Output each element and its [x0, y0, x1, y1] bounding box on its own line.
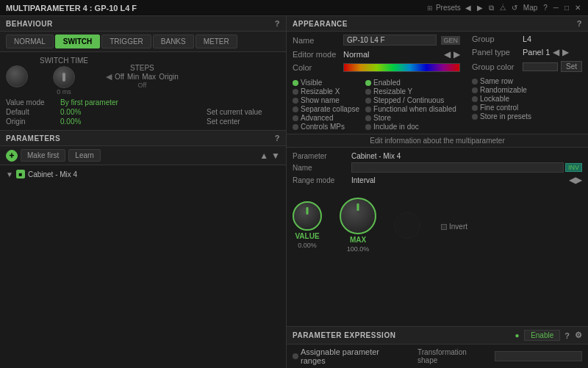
name-gen-badge: GEN: [441, 36, 460, 45]
cb-same-row-dot[interactable]: [472, 79, 478, 84]
tab-meter[interactable]: METER: [196, 35, 237, 48]
maximize-btn[interactable]: □: [563, 4, 570, 12]
nav-next[interactable]: ▶: [476, 4, 484, 12]
panel-type-row: Panel type Panel 1 ◀ ▶: [472, 47, 582, 57]
tree-item-label: Cabinet - Mix 4: [28, 170, 77, 178]
help-icon[interactable]: ?: [542, 4, 549, 12]
main-knob[interactable]: [6, 65, 28, 87]
cb-resizable-y-dot[interactable]: [365, 89, 371, 95]
max-knob-group: MAX 100.0%: [340, 198, 376, 253]
right-panel: APPEARANCE ? Name GP-10 L4 F GEN Editor …: [287, 16, 588, 368]
name-field[interactable]: GP-10 L4 F: [343, 35, 437, 46]
invert-check[interactable]: Invert: [441, 223, 467, 231]
paste-icon[interactable]: ⧊: [498, 4, 507, 12]
nav-prev[interactable]: ◀: [464, 4, 473, 12]
param-expr-settings-icon[interactable]: ⚙: [575, 331, 583, 340]
cb-functional-disabled-dot[interactable]: [365, 107, 371, 112]
group-color-row: Group color Set: [472, 61, 582, 72]
edit-info-bar: Edit information about the multiparamete…: [287, 134, 588, 147]
cb-resizable-y-label: Resizable Y: [373, 87, 412, 95]
parameters-help-icon[interactable]: ?: [275, 134, 280, 142]
param-tree-item[interactable]: ▼ ■ Cabinet - Mix 4: [6, 168, 280, 180]
editor-mode-prev[interactable]: ◀: [444, 49, 451, 59]
param-expr-content: Assignable parameter ranges Transformati…: [287, 344, 588, 368]
transform-shape-field[interactable]: [495, 351, 582, 361]
param-down-arrow[interactable]: ▼: [271, 151, 280, 161]
cb-controls-mps: Controls MPs: [293, 123, 359, 131]
behaviour-title: BEHAVIOUR: [6, 20, 53, 28]
tab-switch[interactable]: SWITCH: [55, 35, 100, 48]
steps-prev[interactable]: ◀: [106, 72, 112, 82]
editor-mode-next[interactable]: ▶: [453, 49, 460, 59]
cb-visible-dot[interactable]: [293, 80, 298, 86]
invert-label: Invert: [449, 223, 467, 231]
steps-label: STEPS: [130, 64, 154, 72]
cb-separate-collapse-dot[interactable]: [293, 107, 298, 112]
assignable-ranges-dot[interactable]: [293, 353, 298, 359]
param-expr-header: PARAMETER EXPRESSION ● Enable ? ⚙: [287, 327, 588, 344]
cb-lockable-dot[interactable]: [472, 96, 478, 102]
color-picker[interactable]: [343, 63, 460, 72]
appearance-section: APPEARANCE ? Name GP-10 L4 F GEN Editor …: [287, 16, 588, 148]
panel-type-prev[interactable]: ◀: [553, 47, 559, 57]
appearance-left: Name GP-10 L4 F GEN Editor mode Normal ◀…: [293, 35, 460, 131]
tab-banks[interactable]: BANKS: [153, 35, 194, 48]
copy-icon[interactable]: ⧉: [487, 4, 495, 12]
cb-enabled: Enabled: [365, 79, 456, 87]
max-knob-label: MAX: [350, 236, 366, 244]
parameter-row: Parameter Cabinet - Mix 4: [293, 152, 582, 160]
enable-btn[interactable]: Enable: [524, 330, 560, 341]
param-up-arrow[interactable]: ▲: [259, 151, 268, 161]
cb-stepped: Stepped / Continuous: [365, 96, 456, 104]
map-label[interactable]: Map: [522, 4, 539, 12]
close-btn[interactable]: ✕: [573, 4, 582, 12]
cb-fine-control-dot[interactable]: [472, 105, 478, 111]
cb-stepped-dot[interactable]: [365, 98, 371, 104]
minimize-btn[interactable]: ─: [552, 4, 560, 12]
cb-enabled-label: Enabled: [373, 79, 401, 87]
group-color-picker[interactable]: [523, 62, 558, 71]
make-first-btn[interactable]: Make first: [21, 149, 65, 162]
set-current-value-btn[interactable]: Set current value: [207, 108, 280, 116]
tab-trigger[interactable]: TRIGGER: [101, 35, 151, 48]
color-label: Color: [293, 63, 340, 72]
max-knob[interactable]: [340, 198, 376, 234]
param-name-field[interactable]: [351, 162, 564, 173]
assignable-ranges-label: Assignable parameter ranges: [301, 347, 406, 365]
cb-controls-mps-dot[interactable]: [293, 124, 298, 130]
cb-include-doc-dot[interactable]: [365, 124, 371, 130]
cb-show-name-dot[interactable]: [293, 98, 298, 104]
cb-store-dot[interactable]: [365, 115, 371, 121]
switch-time-knob[interactable]: [53, 66, 75, 88]
steps-min: Min: [127, 73, 139, 81]
param-name-row: Name INV: [293, 162, 582, 173]
param-expr-controls: ● Enable ? ⚙: [515, 330, 582, 341]
presets-area[interactable]: ⊞ Presets: [427, 4, 461, 12]
range-mode-prev[interactable]: ◀: [569, 175, 576, 185]
appearance-main: Name GP-10 L4 F GEN Editor mode Normal ◀…: [287, 32, 588, 134]
value-knob-label: VALUE: [295, 232, 319, 240]
group-color-set-btn[interactable]: Set: [561, 61, 582, 72]
param-expr-help-icon[interactable]: ?: [564, 331, 570, 340]
add-param-btn[interactable]: +: [6, 150, 18, 162]
cb-stepped-label: Stepped / Continuous: [373, 96, 444, 104]
cb-resizable-x-dot[interactable]: [293, 89, 298, 95]
set-center-btn[interactable]: Set center: [207, 118, 280, 126]
invert-checkbox[interactable]: [441, 224, 447, 230]
parameters-title: PARAMETERS: [6, 134, 60, 142]
cb-enabled-dot[interactable]: [365, 80, 371, 86]
panel-type-next[interactable]: ▶: [562, 47, 569, 57]
appearance-help-icon[interactable]: ?: [577, 19, 582, 28]
group-value: L4: [523, 35, 531, 43]
behaviour-help-icon[interactable]: ?: [275, 19, 280, 28]
learn-btn[interactable]: Learn: [68, 149, 101, 162]
behaviour-tab-bar: NORMAL SWITCH TRIGGER BANKS METER: [0, 32, 286, 52]
value-knob[interactable]: [293, 201, 322, 231]
cb-advanced-dot[interactable]: [293, 115, 298, 121]
reset-icon[interactable]: ↺: [510, 4, 519, 12]
cb-store-presets-dot[interactable]: [472, 114, 478, 120]
range-mode-value: Interval: [351, 176, 569, 184]
tab-normal[interactable]: NORMAL: [6, 35, 54, 48]
range-mode-next[interactable]: ▶: [576, 175, 582, 185]
cb-randomizable-dot[interactable]: [472, 87, 478, 93]
